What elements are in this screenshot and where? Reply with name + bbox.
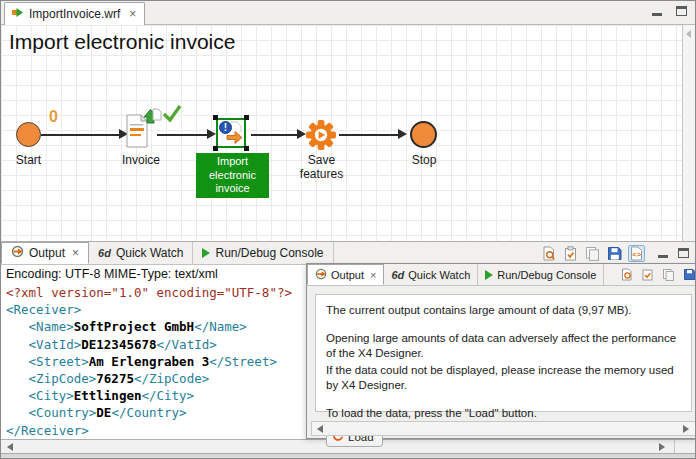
message-line: Opening large amounts of data can advers…	[326, 331, 681, 361]
svg-text:<>: <>	[632, 250, 641, 259]
selection-handle[interactable]	[244, 146, 249, 151]
preview-icon[interactable]	[618, 266, 635, 283]
save-features-node-label: Save features	[285, 153, 358, 181]
maximize-view-icon[interactable]	[678, 248, 689, 258]
validate-icon[interactable]	[639, 266, 656, 283]
import-electronic-invoice-node[interactable]: !	[216, 118, 246, 148]
tab-quick-watch[interactable]: 6d Quick Watch	[89, 242, 193, 264]
scroll-left-icon[interactable]	[7, 443, 13, 451]
message-line: If the data could not be displayed, plea…	[326, 363, 681, 393]
save-icon[interactable]	[681, 266, 696, 283]
tab-run-debug-console-label: Run/Debug Console	[497, 269, 596, 281]
tab-output-label: Output	[331, 269, 364, 281]
check-icon	[162, 104, 182, 126]
minimize-view-icon[interactable]	[652, 13, 662, 16]
close-icon[interactable]: ×	[370, 269, 376, 281]
preview-icon[interactable]	[540, 245, 557, 262]
stop-node[interactable]	[410, 121, 437, 148]
window-bottom-edge	[1, 453, 695, 459]
edge-import-save	[251, 134, 298, 136]
tab-output-label: Output	[29, 246, 65, 260]
overlay-horizontal-scrollbar[interactable]	[311, 421, 696, 436]
output-panel-tab-bar: Output × 6d Quick Watch Run/Debug Consol…	[1, 241, 695, 265]
x4-designer-window: ImportInvoice.wrf × Import electronic in…	[0, 0, 696, 459]
glasses-icon: 6d	[391, 269, 404, 281]
stop-node-label: Stop	[397, 153, 451, 167]
tab-quick-watch[interactable]: 6d Quick Watch	[384, 264, 478, 285]
source-icon[interactable]: <>	[628, 245, 645, 262]
workflow-file-icon	[11, 6, 24, 22]
start-node-label: Start	[1, 153, 56, 167]
scroll-right-icon[interactable]	[683, 425, 689, 433]
tab-run-debug-console-label: Run/Debug Console	[215, 246, 323, 260]
start-node[interactable]	[16, 122, 41, 147]
save-icon[interactable]	[606, 245, 623, 262]
tab-output[interactable]: Output ×	[307, 264, 384, 285]
selection-handle[interactable]	[213, 146, 218, 151]
minimize-view-icon[interactable]	[658, 255, 668, 258]
selection-handle[interactable]	[213, 115, 218, 120]
overlay-tab-bar: Output × 6d Quick Watch Run/Debug Consol…	[307, 264, 696, 286]
arrowhead-icon	[398, 129, 407, 139]
workflow-canvas[interactable]: Import electronic invoice Start 0 Invoic…	[1, 25, 695, 241]
message-line: The current output contains large amount…	[326, 303, 681, 318]
scroll-left-icon[interactable]	[317, 425, 323, 433]
run-icon	[202, 248, 210, 258]
tab-title: ImportInvoice.wrf	[29, 7, 120, 21]
close-icon[interactable]: ×	[129, 8, 136, 20]
output-icon	[315, 268, 327, 282]
save-features-node[interactable]	[305, 119, 337, 154]
invoice-node-label: Invoice	[113, 153, 169, 167]
close-icon[interactable]: ×	[72, 246, 79, 260]
tab-quick-watch-label: Quick Watch	[116, 246, 184, 260]
tab-importinvoice-wrf[interactable]: ImportInvoice.wrf ×	[4, 2, 145, 25]
editor-tab-bar: ImportInvoice.wrf ×	[1, 1, 695, 25]
message-line: To load the data, press the "Load" butto…	[326, 406, 681, 421]
output-icon	[11, 245, 24, 261]
output-overlay-panel: Output × 6d Quick Watch Run/Debug Consol…	[306, 263, 696, 439]
svg-text:!: !	[224, 122, 227, 133]
selection-handle[interactable]	[244, 115, 249, 120]
tab-run-debug-console[interactable]: Run/Debug Console	[478, 264, 604, 285]
tab-output[interactable]: Output ×	[1, 242, 89, 264]
copy-icon[interactable]	[584, 245, 601, 262]
validate-icon[interactable]	[562, 245, 579, 262]
arrowhead-icon	[207, 129, 216, 139]
file-icon	[152, 108, 162, 124]
canvas-vertical-scrollbar[interactable]	[682, 25, 695, 241]
workflow-title: Import electronic invoice	[9, 30, 235, 54]
maximize-view-icon[interactable]	[676, 6, 687, 16]
edge-start-invoice	[41, 134, 121, 136]
glasses-icon: 6d	[98, 247, 111, 259]
edge-counter: 0	[49, 108, 58, 126]
copy-icon[interactable]	[660, 266, 677, 283]
scrollbar-arrow-icon[interactable]	[686, 30, 691, 38]
tab-quick-watch-label: Quick Watch	[408, 269, 470, 281]
large-output-message: The current output contains large amount…	[315, 294, 692, 412]
tab-run-debug-console[interactable]: Run/Debug Console	[193, 242, 333, 264]
edge-save-stop	[339, 134, 399, 136]
import-node-label: Import electronic invoice	[196, 153, 269, 198]
run-icon	[485, 270, 493, 280]
edge-invoice-import	[157, 134, 208, 136]
